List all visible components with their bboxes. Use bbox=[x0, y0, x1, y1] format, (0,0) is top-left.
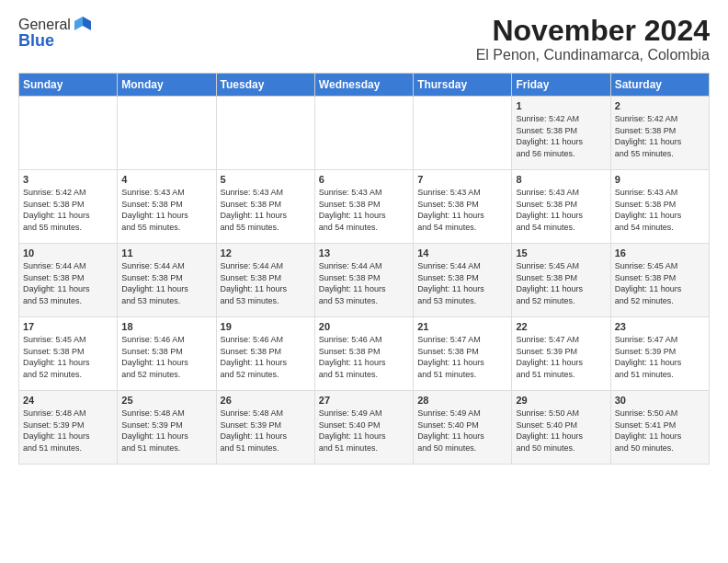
day-number: 17 bbox=[23, 321, 113, 332]
calendar-cell bbox=[19, 97, 118, 170]
day-number: 11 bbox=[121, 247, 211, 259]
day-number: 30 bbox=[615, 395, 705, 406]
calendar-subtitle: El Penon, Cundinamarca, Colombia bbox=[476, 47, 710, 63]
day-info: Sunrise: 5:43 AMSunset: 5:38 PMDaylight:… bbox=[319, 187, 409, 233]
week-row-5: 24Sunrise: 5:48 AMSunset: 5:39 PMDayligh… bbox=[19, 391, 710, 465]
day-info: Sunrise: 5:46 AMSunset: 5:38 PMDaylight:… bbox=[121, 334, 211, 380]
day-number: 4 bbox=[121, 174, 211, 185]
day-info: Sunrise: 5:50 AMSunset: 5:41 PMDaylight:… bbox=[615, 408, 705, 454]
calendar-cell: 17Sunrise: 5:45 AMSunset: 5:38 PMDayligh… bbox=[19, 317, 118, 391]
calendar-cell bbox=[216, 97, 314, 170]
day-info: Sunrise: 5:49 AMSunset: 5:40 PMDaylight:… bbox=[319, 408, 409, 454]
calendar-cell: 20Sunrise: 5:46 AMSunset: 5:38 PMDayligh… bbox=[314, 317, 413, 391]
day-number: 22 bbox=[516, 321, 606, 332]
calendar-cell: 10Sunrise: 5:44 AMSunset: 5:38 PMDayligh… bbox=[19, 244, 118, 317]
day-info: Sunrise: 5:47 AMSunset: 5:39 PMDaylight:… bbox=[615, 334, 705, 380]
calendar-cell: 15Sunrise: 5:45 AMSunset: 5:38 PMDayligh… bbox=[512, 244, 610, 317]
day-number: 10 bbox=[23, 247, 113, 259]
calendar-cell: 6Sunrise: 5:43 AMSunset: 5:38 PMDaylight… bbox=[314, 170, 413, 244]
svg-marker-0 bbox=[83, 17, 91, 30]
calendar-cell: 18Sunrise: 5:46 AMSunset: 5:38 PMDayligh… bbox=[118, 317, 216, 391]
header: General Blue November 2024 El Penon, Cun… bbox=[18, 15, 710, 63]
calendar-cell: 27Sunrise: 5:49 AMSunset: 5:40 PMDayligh… bbox=[314, 391, 413, 465]
header-cell-sunday: Sunday bbox=[19, 74, 118, 97]
calendar-cell: 1Sunrise: 5:42 AMSunset: 5:38 PMDaylight… bbox=[512, 97, 610, 170]
calendar-cell bbox=[414, 97, 512, 170]
day-info: Sunrise: 5:44 AMSunset: 5:38 PMDaylight:… bbox=[121, 260, 211, 306]
day-number: 29 bbox=[516, 395, 606, 406]
calendar-cell: 19Sunrise: 5:46 AMSunset: 5:38 PMDayligh… bbox=[216, 317, 314, 391]
day-number: 15 bbox=[516, 247, 606, 259]
calendar-cell: 3Sunrise: 5:42 AMSunset: 5:38 PMDaylight… bbox=[19, 170, 118, 244]
week-row-4: 17Sunrise: 5:45 AMSunset: 5:38 PMDayligh… bbox=[19, 317, 710, 391]
day-number: 21 bbox=[417, 321, 507, 332]
logo-flag-icon bbox=[73, 15, 93, 35]
day-info: Sunrise: 5:48 AMSunset: 5:39 PMDaylight:… bbox=[221, 408, 311, 454]
day-info: Sunrise: 5:50 AMSunset: 5:40 PMDaylight:… bbox=[516, 408, 606, 454]
day-info: Sunrise: 5:43 AMSunset: 5:38 PMDaylight:… bbox=[417, 187, 507, 233]
day-number: 24 bbox=[23, 395, 113, 406]
day-number: 1 bbox=[516, 100, 606, 111]
header-row: SundayMondayTuesdayWednesdayThursdayFrid… bbox=[19, 74, 710, 97]
day-info: Sunrise: 5:45 AMSunset: 5:38 PMDaylight:… bbox=[615, 260, 705, 306]
day-info: Sunrise: 5:46 AMSunset: 5:38 PMDaylight:… bbox=[221, 334, 311, 380]
day-info: Sunrise: 5:45 AMSunset: 5:38 PMDaylight:… bbox=[516, 260, 606, 306]
page: General Blue November 2024 El Penon, Cun… bbox=[0, 0, 728, 474]
header-cell-saturday: Saturday bbox=[610, 74, 709, 97]
logo: General Blue bbox=[18, 15, 93, 51]
calendar-cell: 30Sunrise: 5:50 AMSunset: 5:41 PMDayligh… bbox=[610, 391, 709, 465]
day-info: Sunrise: 5:43 AMSunset: 5:38 PMDaylight:… bbox=[615, 187, 705, 233]
calendar-cell: 8Sunrise: 5:43 AMSunset: 5:38 PMDaylight… bbox=[512, 170, 610, 244]
week-row-2: 3Sunrise: 5:42 AMSunset: 5:38 PMDaylight… bbox=[19, 170, 710, 244]
day-info: Sunrise: 5:42 AMSunset: 5:38 PMDaylight:… bbox=[615, 113, 705, 159]
day-info: Sunrise: 5:43 AMSunset: 5:38 PMDaylight:… bbox=[516, 187, 606, 233]
day-number: 3 bbox=[23, 174, 113, 185]
day-number: 12 bbox=[221, 247, 311, 259]
day-info: Sunrise: 5:42 AMSunset: 5:38 PMDaylight:… bbox=[23, 187, 113, 233]
day-number: 14 bbox=[417, 247, 507, 259]
calendar-cell bbox=[314, 97, 413, 170]
calendar-cell: 7Sunrise: 5:43 AMSunset: 5:38 PMDaylight… bbox=[414, 170, 512, 244]
day-info: Sunrise: 5:46 AMSunset: 5:38 PMDaylight:… bbox=[319, 334, 409, 380]
calendar-cell bbox=[118, 97, 216, 170]
calendar-cell: 25Sunrise: 5:48 AMSunset: 5:39 PMDayligh… bbox=[118, 391, 216, 465]
title-block: November 2024 El Penon, Cundinamarca, Co… bbox=[476, 15, 710, 63]
day-info: Sunrise: 5:43 AMSunset: 5:38 PMDaylight:… bbox=[121, 187, 211, 233]
day-number: 8 bbox=[516, 174, 606, 185]
day-info: Sunrise: 5:47 AMSunset: 5:38 PMDaylight:… bbox=[417, 334, 507, 380]
header-cell-wednesday: Wednesday bbox=[314, 74, 413, 97]
calendar-cell: 26Sunrise: 5:48 AMSunset: 5:39 PMDayligh… bbox=[216, 391, 314, 465]
day-info: Sunrise: 5:44 AMSunset: 5:38 PMDaylight:… bbox=[319, 260, 409, 306]
header-cell-tuesday: Tuesday bbox=[216, 74, 314, 97]
calendar-cell: 14Sunrise: 5:44 AMSunset: 5:38 PMDayligh… bbox=[414, 244, 512, 317]
day-number: 27 bbox=[319, 395, 409, 406]
calendar-cell: 23Sunrise: 5:47 AMSunset: 5:39 PMDayligh… bbox=[610, 317, 709, 391]
calendar-cell: 9Sunrise: 5:43 AMSunset: 5:38 PMDaylight… bbox=[610, 170, 709, 244]
calendar-cell: 4Sunrise: 5:43 AMSunset: 5:38 PMDaylight… bbox=[118, 170, 216, 244]
day-info: Sunrise: 5:42 AMSunset: 5:38 PMDaylight:… bbox=[516, 113, 606, 159]
day-number: 7 bbox=[417, 174, 507, 185]
calendar-cell: 29Sunrise: 5:50 AMSunset: 5:40 PMDayligh… bbox=[512, 391, 610, 465]
calendar-cell: 13Sunrise: 5:44 AMSunset: 5:38 PMDayligh… bbox=[314, 244, 413, 317]
day-info: Sunrise: 5:47 AMSunset: 5:39 PMDaylight:… bbox=[516, 334, 606, 380]
week-row-3: 10Sunrise: 5:44 AMSunset: 5:38 PMDayligh… bbox=[19, 244, 710, 317]
day-number: 28 bbox=[417, 395, 507, 406]
calendar-cell: 24Sunrise: 5:48 AMSunset: 5:39 PMDayligh… bbox=[19, 391, 118, 465]
calendar-cell: 22Sunrise: 5:47 AMSunset: 5:39 PMDayligh… bbox=[512, 317, 610, 391]
day-info: Sunrise: 5:44 AMSunset: 5:38 PMDaylight:… bbox=[417, 260, 507, 306]
calendar-table: SundayMondayTuesdayWednesdayThursdayFrid… bbox=[18, 73, 710, 465]
day-number: 23 bbox=[615, 321, 705, 332]
day-number: 19 bbox=[221, 321, 311, 332]
day-number: 13 bbox=[319, 247, 409, 259]
day-info: Sunrise: 5:49 AMSunset: 5:40 PMDaylight:… bbox=[417, 408, 507, 454]
calendar-cell: 11Sunrise: 5:44 AMSunset: 5:38 PMDayligh… bbox=[118, 244, 216, 317]
calendar-cell: 21Sunrise: 5:47 AMSunset: 5:38 PMDayligh… bbox=[414, 317, 512, 391]
header-cell-thursday: Thursday bbox=[414, 74, 512, 97]
calendar-cell: 28Sunrise: 5:49 AMSunset: 5:40 PMDayligh… bbox=[414, 391, 512, 465]
calendar-title: November 2024 bbox=[476, 15, 710, 47]
day-number: 20 bbox=[319, 321, 409, 332]
day-info: Sunrise: 5:44 AMSunset: 5:38 PMDaylight:… bbox=[23, 260, 113, 306]
day-info: Sunrise: 5:45 AMSunset: 5:38 PMDaylight:… bbox=[23, 334, 113, 380]
week-row-1: 1Sunrise: 5:42 AMSunset: 5:38 PMDaylight… bbox=[19, 97, 710, 170]
day-number: 25 bbox=[121, 395, 211, 406]
